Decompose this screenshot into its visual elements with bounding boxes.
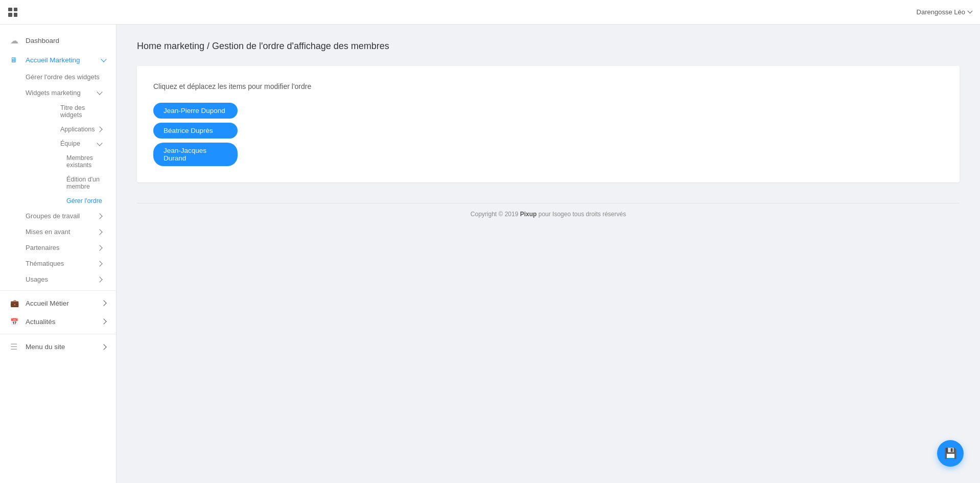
sidebar-item-thematiques[interactable]: Thématiques <box>26 256 116 271</box>
sidebar: Dashboard Accueil Marketing Gérer l'ordr… <box>0 25 116 483</box>
thematiques-chevron-icon <box>97 261 102 266</box>
cloud-icon <box>10 36 20 45</box>
member-chip-2[interactable]: Jean-Jacques Durand <box>153 143 238 166</box>
sidebar-item-actualites[interactable]: Actualités <box>0 312 116 331</box>
main-content: Home marketing / Gestion de l'ordre d'af… <box>116 25 980 483</box>
sidebar-item-equipe[interactable]: Équipe <box>60 136 116 151</box>
sidebar-label-gerer-ordre-widgets: Gérer l'ordre des widgets <box>26 73 100 81</box>
monitor-icon <box>10 55 20 64</box>
sidebar-label-thematiques: Thématiques <box>26 260 64 267</box>
user-chevron-icon <box>968 9 973 14</box>
footer-brand: Pixup <box>520 211 537 218</box>
sidebar-label-titre-widgets: Titre des widgets <box>60 104 106 119</box>
partenaires-chevron-icon <box>97 245 102 250</box>
sidebar-item-menu-site[interactable]: Menu du site <box>0 337 116 356</box>
sidebar-item-membres-existants[interactable]: Membres existants <box>66 151 116 172</box>
sidebar-item-usages[interactable]: Usages <box>26 271 116 287</box>
breadcrumb: Home marketing / Gestion de l'ordre d'af… <box>137 41 960 52</box>
sidebar-item-partenaires[interactable]: Partenaires <box>26 240 116 256</box>
sidebar-sub-widgets-marketing: Titre des widgets Applications Équipe Me… <box>26 101 116 208</box>
card-instruction: Cliquez et déplacez les items pour modif… <box>153 82 943 90</box>
actualites-chevron-icon <box>101 318 106 324</box>
sidebar-item-titre-widgets[interactable]: Titre des widgets <box>60 101 116 122</box>
calendar-icon <box>10 317 20 326</box>
members-list: Jean-Pierre Dupond Béatrice Duprès Jean-… <box>153 103 307 166</box>
sidebar-label-mises-en-avant: Mises en avant <box>26 228 70 236</box>
layout: Dashboard Accueil Marketing Gérer l'ordr… <box>0 25 980 483</box>
accueil-marketing-chevron-icon <box>101 56 106 62</box>
sidebar-item-gerer-ordre-widgets[interactable]: Gérer l'ordre des widgets <box>26 69 116 85</box>
sidebar-label-dashboard: Dashboard <box>26 37 59 44</box>
groupes-travail-chevron-icon <box>97 213 102 219</box>
sidebar-item-mises-en-avant[interactable]: Mises en avant <box>26 224 116 240</box>
sidebar-label-menu-site: Menu du site <box>26 343 65 351</box>
sidebar-label-actualites: Actualités <box>26 318 56 326</box>
widgets-marketing-chevron-icon <box>97 89 102 95</box>
sidebar-label-membres-existants: Membres existants <box>66 154 106 169</box>
footer: Copyright © 2019 Pixup pour Isogeo tous … <box>137 203 960 225</box>
sidebar-item-accueil-metier[interactable]: Accueil Métier <box>0 294 116 312</box>
sidebar-label-groupes-travail: Groupes de travail <box>26 212 80 220</box>
sidebar-item-edition-membre[interactable]: Édition d'un membre <box>66 172 116 194</box>
footer-text-before: Copyright © 2019 <box>471 211 520 218</box>
sidebar-label-accueil-marketing: Accueil Marketing <box>26 56 80 64</box>
content-card: Cliquez et déplacez les items pour modif… <box>137 66 960 182</box>
sidebar-item-widgets-marketing[interactable]: Widgets marketing <box>26 85 116 101</box>
sidebar-item-applications[interactable]: Applications <box>60 122 116 136</box>
sidebar-label-usages: Usages <box>26 275 48 283</box>
member-chip-1[interactable]: Béatrice Duprès <box>153 123 238 139</box>
sidebar-label-widgets-marketing: Widgets marketing <box>26 89 81 97</box>
menu-icon <box>10 342 20 352</box>
grid-icon[interactable] <box>8 8 17 17</box>
applications-chevron-icon <box>97 126 102 132</box>
sidebar-divider-1 <box>0 290 116 291</box>
briefcase-icon <box>10 298 20 308</box>
sidebar-label-applications: Applications <box>60 126 95 133</box>
sidebar-divider-2 <box>0 334 116 334</box>
sidebar-label-gerer-ordre: Gérer l'ordre <box>66 197 102 204</box>
sidebar-sub-equipe: Membres existants Édition d'un membre Gé… <box>60 151 116 208</box>
usages-chevron-icon <box>97 277 102 282</box>
sidebar-label-partenaires: Partenaires <box>26 244 59 251</box>
user-name: Darengosse Léo <box>917 8 965 16</box>
footer-text-after: pour Isogeo tous droits réservés <box>536 211 626 218</box>
user-menu[interactable]: Darengosse Léo <box>917 8 972 16</box>
sidebar-label-accueil-metier: Accueil Métier <box>26 300 69 307</box>
mises-en-avant-chevron-icon <box>97 229 102 235</box>
sidebar-item-gerer-ordre[interactable]: Gérer l'ordre <box>66 194 116 208</box>
sidebar-item-accueil-marketing[interactable]: Accueil Marketing <box>0 51 116 69</box>
save-fab-button[interactable]: 💾 <box>937 440 964 467</box>
sidebar-label-equipe: Équipe <box>60 140 80 147</box>
topbar: Darengosse Léo <box>0 0 980 25</box>
equipe-chevron-icon <box>97 140 102 146</box>
member-chip-0[interactable]: Jean-Pierre Dupond <box>153 103 238 119</box>
sidebar-item-groupes-travail[interactable]: Groupes de travail <box>26 208 116 224</box>
accueil-metier-chevron-icon <box>101 300 106 306</box>
sidebar-item-dashboard[interactable]: Dashboard <box>0 31 116 51</box>
menu-site-chevron-icon <box>101 344 106 350</box>
sidebar-label-edition-membre: Édition d'un membre <box>66 176 106 190</box>
save-fab-icon: 💾 <box>944 447 957 459</box>
sidebar-sub-accueil-marketing: Gérer l'ordre des widgets Widgets market… <box>0 69 116 287</box>
